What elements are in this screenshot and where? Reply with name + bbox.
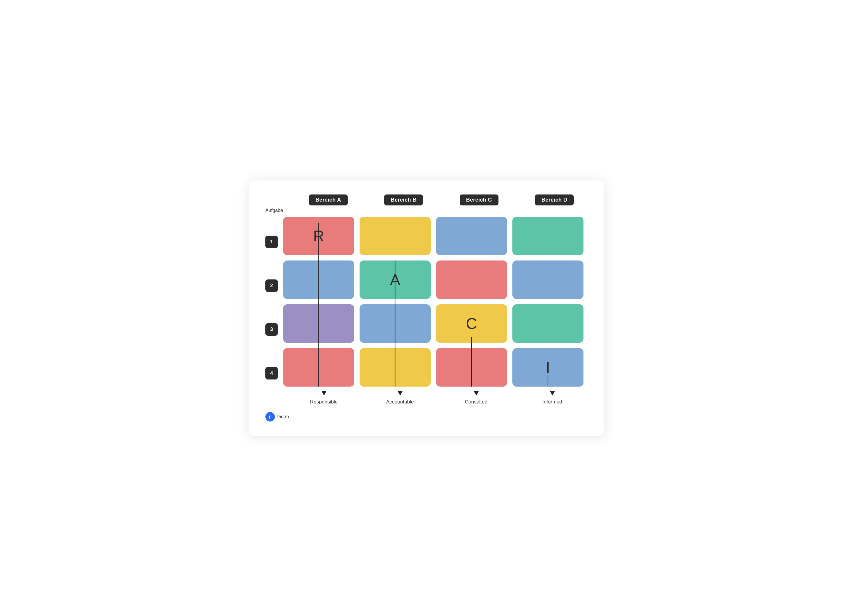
row-labels: 1 2 3 4 [266, 217, 278, 387]
cell-2-c [436, 260, 507, 299]
legend-label-informed: Informed [542, 399, 562, 405]
bereich-c-badge: Bereich C [460, 194, 498, 206]
arrowhead-consulted [474, 391, 479, 395]
raci-wrapper: R A C I [283, 217, 583, 387]
arrow-col-consulted: Consulted [441, 391, 511, 405]
cell-2-d [512, 260, 583, 299]
cell-3-d [512, 304, 583, 343]
row-label-2-spacer: 2 [266, 260, 278, 299]
cell-4-d: I [512, 348, 583, 387]
row-label-3-spacer: 3 [266, 304, 278, 343]
row-label-3: 3 [266, 323, 278, 336]
cell-4-b [360, 348, 431, 387]
arrow-col-responsible: Responsible [288, 391, 359, 405]
cell-1-a: R [283, 217, 354, 255]
legend-label-consulted: Consulted [465, 399, 487, 405]
cell-3-b [360, 304, 431, 343]
row-label-4: 4 [266, 367, 278, 380]
factro-logo-text: factro [277, 414, 289, 419]
cell-3-a [283, 304, 354, 343]
raci-grid-area: 1 2 3 4 R A [266, 217, 587, 387]
arrowhead-responsible [322, 391, 326, 395]
cell-letter-1-a: R [313, 227, 324, 245]
arrow-col-informed: Informed [517, 391, 587, 405]
cell-4-c [436, 348, 507, 387]
cell-letter-4-d: I [546, 359, 550, 376]
cell-letter-3-c: C [466, 315, 477, 332]
row-label-1: 1 [266, 236, 278, 248]
legend-arrows: Responsible Accountable Consulted Inform… [288, 391, 587, 405]
cell-4-a [283, 348, 354, 387]
col-header-b: Bereich B [370, 194, 437, 206]
factro-logo-icon: F [266, 412, 275, 422]
bereich-b-badge: Bereich B [384, 194, 423, 206]
arrowhead-informed [550, 391, 555, 395]
cell-1-b [360, 217, 431, 255]
cell-3-c: C [436, 304, 507, 343]
aufgabe-label: Aufgabe [266, 208, 587, 213]
cell-2-b: A [360, 260, 431, 299]
cell-1-c [436, 217, 507, 255]
arrow-col-accountable: Accountable [364, 391, 436, 405]
bereich-d-badge: Bereich D [535, 194, 574, 206]
footer: F factro [266, 412, 587, 422]
row-label-4-spacer: 4 [266, 348, 278, 387]
raci-card: Bereich A Bereich B Bereich C Bereich D … [249, 180, 604, 436]
raci-grid: R A C I [283, 217, 583, 387]
column-headers: Bereich A Bereich B Bereich C Bereich D [295, 194, 587, 206]
bereich-a-badge: Bereich A [309, 194, 348, 206]
cell-1-d [512, 217, 583, 255]
row-label-1-spacer: 1 [266, 217, 278, 255]
col-header-d: Bereich D [521, 194, 588, 206]
col-header-c: Bereich C [446, 194, 512, 206]
col-header-a: Bereich A [295, 194, 362, 206]
legend-label-accountable: Accountable [386, 399, 414, 405]
legend-label-responsible: Responsible [310, 399, 338, 405]
arrowhead-accountable [398, 391, 402, 395]
row-label-2: 2 [266, 279, 278, 292]
cell-2-a [283, 260, 354, 299]
cell-letter-2-b: A [390, 271, 401, 289]
